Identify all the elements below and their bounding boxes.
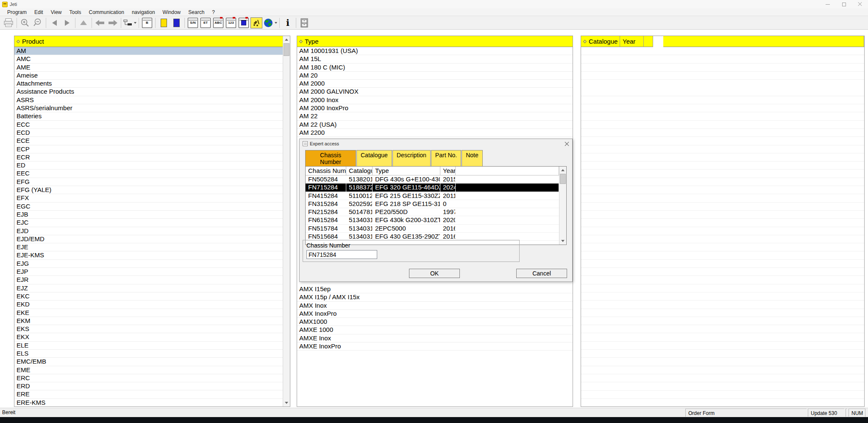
table-row[interactable]: FN31528452025920EFG 218 SP GE115-310ZZ0 xyxy=(306,200,559,208)
close-button[interactable] xyxy=(852,0,868,8)
table-row[interactable]: FN515784513403142EPC50002016 xyxy=(306,225,559,233)
product-list-item[interactable]: ECR xyxy=(14,153,283,161)
tab-note[interactable]: Note xyxy=(462,150,483,166)
numeric-index-button[interactable]: 123 xyxy=(225,17,237,29)
type-list-item[interactable]: AM 20 xyxy=(297,72,573,80)
column-header[interactable]: Type xyxy=(373,167,440,175)
up-level-button[interactable] xyxy=(78,17,89,29)
et-catalog-button[interactable]: ET xyxy=(200,17,211,29)
catalogue-list[interactable] xyxy=(581,47,864,406)
catalogue-column-header[interactable]: Catalogue xyxy=(581,36,620,47)
product-list-item[interactable]: ECD xyxy=(14,129,283,137)
type-list-item[interactable]: AM 2000 xyxy=(297,80,573,88)
product-list-item[interactable]: EJB xyxy=(14,211,283,219)
product-list-item[interactable]: EKX xyxy=(14,333,283,341)
product-list-item[interactable]: AMC xyxy=(14,55,283,63)
tab-catalogue[interactable]: Catalogue xyxy=(356,150,392,166)
print-button[interactable] xyxy=(3,17,14,29)
product-list-item[interactable]: ERE xyxy=(14,390,283,398)
archive-button[interactable] xyxy=(298,17,310,29)
previous-button[interactable] xyxy=(48,17,60,29)
type-list-item[interactable]: AMX InoxPro xyxy=(297,310,573,318)
serial-number-catalog-button[interactable]: S/N xyxy=(187,17,199,29)
product-list-item[interactable]: EMC/EMB xyxy=(14,358,283,366)
menu-item[interactable]: ? xyxy=(208,9,219,15)
chassis-number-input[interactable] xyxy=(306,250,377,259)
product-list-item[interactable]: Ameise xyxy=(14,72,283,80)
product-list-item[interactable]: AME xyxy=(14,64,283,72)
cancel-button[interactable]: Cancel xyxy=(516,269,567,278)
tab-description[interactable]: Description xyxy=(392,150,431,166)
zoom-in-button[interactable] xyxy=(19,17,31,29)
type-list-item[interactable]: AMX Inox xyxy=(297,302,573,310)
product-list-item[interactable]: Assistance Products xyxy=(14,88,283,96)
product-list-item[interactable]: Attachments xyxy=(14,80,283,88)
product-list-item[interactable]: EFX xyxy=(14,194,283,202)
table-row[interactable]: FN50528451382015DFG 430s G+E100-430ZT201… xyxy=(306,175,559,184)
type-list-item[interactable]: AMX I15ep xyxy=(297,285,573,293)
product-list-item[interactable]: EME xyxy=(14,366,283,374)
year-column-header[interactable]: Year xyxy=(620,36,644,47)
type-list-item[interactable]: AMX1000 xyxy=(297,318,573,326)
product-list-item[interactable]: EKE xyxy=(14,309,283,317)
scroll-down-button[interactable] xyxy=(283,399,290,406)
abc-index-button[interactable]: ABC xyxy=(212,17,224,29)
type-list-item[interactable]: AMXE Inox xyxy=(297,334,573,342)
type-list-item[interactable]: AM 2200 xyxy=(297,129,573,137)
scroll-down-button[interactable] xyxy=(559,237,566,245)
product-list-item[interactable]: ERC xyxy=(14,374,283,382)
product-list-item[interactable]: EJE xyxy=(14,243,283,251)
type-list-item[interactable]: AM 2000 InoxPro xyxy=(297,104,573,112)
product-list-item[interactable]: EKD xyxy=(14,301,283,309)
type-list-item[interactable]: AMXE 1000 xyxy=(297,326,573,334)
product-list-item[interactable]: ECP xyxy=(14,145,283,153)
type-list-item[interactable]: AM 180 C (MIC) xyxy=(297,64,573,72)
tree-view-dropdown-icon[interactable] xyxy=(134,22,136,24)
product-list-item[interactable]: EFG xyxy=(14,178,283,186)
product-list-item[interactable]: EGC xyxy=(14,203,283,211)
product-list-item[interactable]: ELE xyxy=(14,342,283,350)
scroll-up-button[interactable] xyxy=(283,36,290,43)
menu-item[interactable]: Program xyxy=(3,9,31,15)
dialog-close-icon[interactable] xyxy=(565,142,569,146)
scroll-thumb[interactable] xyxy=(284,43,289,56)
product-list-item[interactable]: EJZ xyxy=(14,284,283,292)
next-button[interactable] xyxy=(61,17,73,29)
tree-view-button[interactable] xyxy=(123,17,136,29)
column-header[interactable]: Chassis Number xyxy=(306,167,346,175)
menu-item[interactable]: navigation xyxy=(128,9,159,15)
table-scrollbar[interactable] xyxy=(559,167,566,245)
product-list-item[interactable]: ECE xyxy=(14,137,283,145)
column-header[interactable]: Year xyxy=(440,167,456,175)
product-list-item[interactable]: EJG xyxy=(14,260,283,268)
product-list-item[interactable]: EJP xyxy=(14,268,283,276)
menu-item[interactable]: Communication xyxy=(85,9,128,15)
product-list-item[interactable]: EJC xyxy=(14,219,283,227)
table-row[interactable]: FN71528451883721EFG 320 GE115-464DZ2024 xyxy=(306,184,559,192)
product-list-item[interactable]: EEC xyxy=(14,170,283,178)
type-list-item[interactable]: AMXE InoxPro xyxy=(297,342,573,351)
blue-filter-button[interactable] xyxy=(170,17,182,29)
info-button[interactable]: i xyxy=(282,17,294,29)
product-list-item[interactable]: EKS xyxy=(14,325,283,333)
menu-item[interactable]: View xyxy=(47,9,66,15)
blue-book-button[interactable] xyxy=(238,17,250,29)
product-list-item[interactable]: ED xyxy=(14,161,283,170)
yellow-filter-button[interactable] xyxy=(158,17,170,29)
language-button[interactable] xyxy=(263,17,277,29)
product-list[interactable]: AMAMCAMEAmeiseAttachmentsAssistance Prod… xyxy=(14,47,283,406)
type-list-item[interactable]: AM 2000 Inox xyxy=(297,96,573,104)
menu-item[interactable]: Tools xyxy=(66,9,85,15)
scroll-up-button[interactable] xyxy=(559,167,566,174)
product-list-item[interactable]: EKM xyxy=(14,317,283,325)
product-list-item[interactable]: AM xyxy=(14,47,283,55)
column-header[interactable]: Catalogue xyxy=(346,167,373,175)
type-list-item[interactable]: AM 15L xyxy=(297,55,573,63)
language-dropdown-icon[interactable] xyxy=(275,22,277,24)
product-list-item[interactable]: EFG (YALE) xyxy=(14,186,283,194)
ok-button[interactable]: OK xyxy=(409,269,460,278)
table-row[interactable]: FN41528451100123EFG 215 GE115-330ZZ2011 xyxy=(306,192,559,200)
tab-part-no[interactable]: Part No. xyxy=(431,150,461,166)
product-list-item[interactable]: EJD xyxy=(14,227,283,235)
product-list-item[interactable]: EJE-KMS xyxy=(14,251,283,259)
